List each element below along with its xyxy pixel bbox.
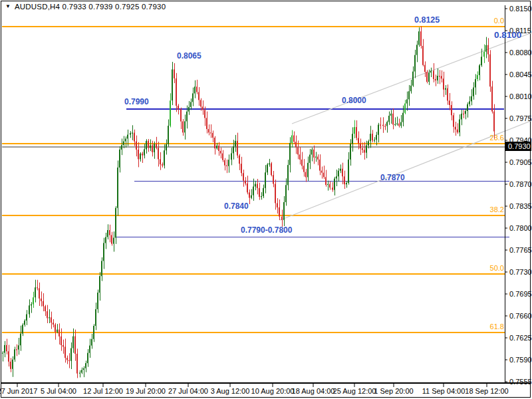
candle-wick xyxy=(346,181,347,188)
candle-body xyxy=(374,140,375,140)
candle-body xyxy=(439,76,440,76)
time-axis-label: 3 Aug 12:00 xyxy=(211,387,250,395)
channel-upper[interactable] xyxy=(292,33,532,124)
price-axis-label: 0.7590 xyxy=(509,356,532,364)
candle-body xyxy=(356,127,357,138)
candle-body xyxy=(18,345,19,349)
candle-body xyxy=(10,362,11,369)
candle-body xyxy=(70,348,72,361)
candle-body xyxy=(487,45,489,55)
candle-body xyxy=(121,145,122,150)
candle-body xyxy=(51,317,52,323)
candle-body xyxy=(184,121,186,132)
price-annotation-0.7840: 0.7840 xyxy=(224,201,249,211)
price-axis-label: 0.7695 xyxy=(509,290,532,298)
price-axis-label: 0.7660 xyxy=(509,312,532,320)
time-axis-label: 18 Sep 12:00 xyxy=(465,387,508,395)
candle-body xyxy=(275,184,276,203)
candle-body xyxy=(457,130,458,132)
candle-body xyxy=(388,116,390,122)
candle-body xyxy=(20,334,21,346)
candle-body xyxy=(95,309,96,326)
candle-body xyxy=(384,126,386,126)
candle-body xyxy=(220,151,221,154)
time-axis-line xyxy=(1,382,530,384)
candle-body xyxy=(273,175,274,184)
fib-line-0.0[interactable] xyxy=(2,26,505,27)
candle-body xyxy=(334,179,335,190)
candle-body xyxy=(313,150,315,158)
candle-body xyxy=(81,370,82,372)
candle-body xyxy=(119,150,120,168)
candle-body xyxy=(222,154,223,160)
candle-body xyxy=(140,154,141,160)
support-line-0.7790[interactable] xyxy=(115,237,509,237)
candle-body xyxy=(412,72,414,86)
candle-body xyxy=(400,122,402,126)
candle-body xyxy=(346,183,347,184)
candle-body xyxy=(404,104,406,113)
candle-body xyxy=(418,31,420,45)
candle-body xyxy=(368,141,369,145)
candle-body xyxy=(190,102,192,107)
candle-body xyxy=(24,321,25,325)
candle-body xyxy=(103,243,104,261)
candle-body xyxy=(166,144,167,150)
candle-body xyxy=(350,144,351,160)
candle-body xyxy=(76,354,78,374)
fib-line-23.6[interactable] xyxy=(2,143,505,144)
symbol-dropdown-icon[interactable]: ▼ xyxy=(5,4,11,9)
candle-body xyxy=(53,323,54,325)
candle-wick xyxy=(391,110,392,124)
resistance-line-0.7990[interactable] xyxy=(126,108,504,110)
candle-body xyxy=(132,133,133,134)
time-axis-label: 5 Jul 04:00 xyxy=(41,387,76,395)
price-annotation-0.7870: 0.7870 xyxy=(380,173,405,182)
candle-body xyxy=(344,176,345,184)
support-resistance-lines[interactable] xyxy=(2,108,509,237)
candle-body xyxy=(307,163,309,178)
chart-canvas[interactable]: 0.023.638.250.061.8 0.81500.81150.80800.… xyxy=(0,0,532,399)
candle-body xyxy=(493,112,495,132)
price-axis-label: 0.7555 xyxy=(509,378,532,386)
candle-body xyxy=(475,79,476,88)
candle-body xyxy=(414,55,416,72)
time-axis-label: 18 Aug 04:00 xyxy=(292,387,335,395)
support-line-0.7870[interactable] xyxy=(134,181,509,182)
candle-body xyxy=(422,46,424,65)
candle-body xyxy=(79,373,80,374)
candle-body xyxy=(309,155,311,163)
candle-body xyxy=(485,45,487,52)
candle-body xyxy=(459,120,460,133)
fib-label-50.0: 50.0 xyxy=(490,264,504,272)
candle-body xyxy=(134,133,135,142)
fib-line-38.2[interactable] xyxy=(2,215,505,216)
candle-body xyxy=(285,185,287,202)
candle-body xyxy=(483,52,485,57)
candle-body xyxy=(477,75,478,79)
candle-body xyxy=(224,160,225,166)
candle-body xyxy=(311,150,313,155)
candle-body xyxy=(29,305,30,314)
fib-line-61.8[interactable] xyxy=(2,332,505,333)
candle-body xyxy=(366,146,367,153)
bid-price-line[interactable] xyxy=(2,146,505,148)
candle-body xyxy=(66,358,68,360)
candle-body xyxy=(392,114,394,125)
candle-body xyxy=(265,172,266,188)
candle-body xyxy=(109,230,110,235)
price-axis-label: 0.7800 xyxy=(509,224,532,232)
candle-body xyxy=(261,196,262,197)
price-axis-label: 0.8080 xyxy=(509,49,532,57)
candle-body xyxy=(99,276,100,293)
candle-body xyxy=(16,349,17,350)
candle-wick xyxy=(80,370,80,378)
candle-body xyxy=(327,184,329,185)
candle-body xyxy=(216,146,217,148)
candle-body xyxy=(214,138,215,148)
candle-body xyxy=(233,146,234,153)
candle-body xyxy=(336,176,337,178)
candle-body xyxy=(97,293,98,309)
fib-label-23.6: 23.6 xyxy=(490,134,504,142)
fib-line-50.0[interactable] xyxy=(2,273,505,275)
